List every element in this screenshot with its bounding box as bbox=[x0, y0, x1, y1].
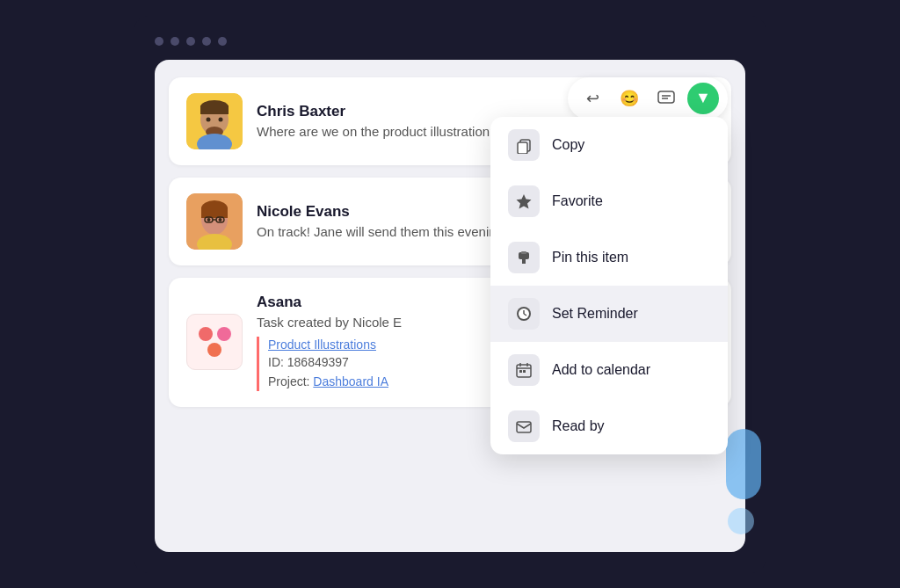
svg-rect-18 bbox=[658, 91, 674, 103]
calendar-icon bbox=[508, 354, 540, 386]
pin-label: Pin this item bbox=[552, 250, 628, 265]
asana-dots-top bbox=[199, 327, 231, 341]
asana-logo bbox=[199, 327, 231, 357]
asana-dot-center bbox=[207, 343, 221, 357]
readby-icon bbox=[508, 410, 540, 442]
reply-button[interactable]: ↩ bbox=[577, 83, 608, 114]
asana-link1[interactable]: Product Illustrations bbox=[268, 338, 376, 352]
calendar-svg bbox=[515, 361, 533, 379]
svg-marker-23 bbox=[517, 194, 532, 209]
envelope-svg bbox=[515, 417, 533, 435]
dot-5 bbox=[218, 37, 227, 46]
calendar-label: Add to calendar bbox=[552, 362, 650, 378]
nicole-avatar-svg bbox=[186, 193, 243, 250]
side-decoration-2 bbox=[728, 508, 754, 534]
project-label: Project: bbox=[268, 374, 309, 388]
menu-item-pin[interactable]: Pin this item bbox=[490, 229, 728, 286]
clock-svg bbox=[515, 305, 533, 323]
asana-dot-right bbox=[217, 327, 231, 341]
asana-dot-left bbox=[199, 327, 213, 341]
dot-2 bbox=[171, 37, 179, 46]
dot-4 bbox=[202, 37, 211, 46]
readby-label: Read by bbox=[552, 418, 605, 434]
svg-rect-35 bbox=[519, 370, 522, 373]
more-button[interactable]: ▼ bbox=[687, 83, 719, 114]
dot-3 bbox=[186, 37, 195, 46]
copy-svg bbox=[515, 136, 533, 154]
svg-rect-25 bbox=[522, 259, 526, 264]
avatar-asana bbox=[186, 314, 243, 370]
favorite-icon bbox=[508, 185, 540, 217]
copy-icon bbox=[508, 129, 540, 161]
reminder-icon bbox=[508, 298, 540, 330]
window-dots bbox=[155, 37, 745, 46]
menu-item-reminder[interactable]: Set Reminder bbox=[490, 286, 728, 342]
side-decoration-1 bbox=[726, 429, 761, 499]
star-svg bbox=[515, 192, 533, 210]
svg-point-6 bbox=[207, 117, 211, 121]
toolbar: ↩ 😊 ▼ bbox=[568, 77, 728, 120]
svg-rect-3 bbox=[200, 105, 229, 114]
menu-item-copy[interactable]: Copy bbox=[490, 117, 728, 173]
menu-item-readby[interactable]: Read by bbox=[490, 398, 728, 454]
svg-rect-22 bbox=[518, 142, 527, 154]
menu-item-favorite[interactable]: Favorite bbox=[490, 173, 728, 229]
svg-point-17 bbox=[219, 218, 222, 221]
main-area: Chris Baxter Where are we on the product… bbox=[155, 60, 745, 552]
message-button[interactable] bbox=[650, 83, 682, 114]
svg-rect-36 bbox=[523, 370, 526, 373]
context-menu: Copy Favorite Pin this i bbox=[490, 117, 728, 454]
svg-point-16 bbox=[207, 218, 211, 221]
asana-link2[interactable]: Dashboard IA bbox=[313, 374, 388, 388]
svg-rect-37 bbox=[517, 422, 531, 432]
chris-avatar-svg bbox=[186, 93, 243, 149]
reminder-label: Set Reminder bbox=[552, 306, 638, 322]
copy-label: Copy bbox=[552, 137, 584, 153]
app-window: Chris Baxter Where are we on the product… bbox=[134, 16, 766, 573]
avatar-chris bbox=[186, 93, 243, 149]
favorite-label: Favorite bbox=[552, 193, 603, 209]
avatar-nicole bbox=[186, 193, 243, 250]
message-icon bbox=[657, 90, 675, 107]
dot-1 bbox=[155, 37, 163, 46]
emoji-button[interactable]: 😊 bbox=[613, 83, 645, 114]
pin-svg bbox=[515, 249, 533, 266]
svg-rect-11 bbox=[201, 207, 228, 218]
svg-point-7 bbox=[219, 117, 223, 121]
svg-rect-26 bbox=[521, 251, 526, 254]
pin-icon bbox=[508, 242, 540, 273]
menu-item-calendar[interactable]: Add to calendar bbox=[490, 342, 728, 398]
